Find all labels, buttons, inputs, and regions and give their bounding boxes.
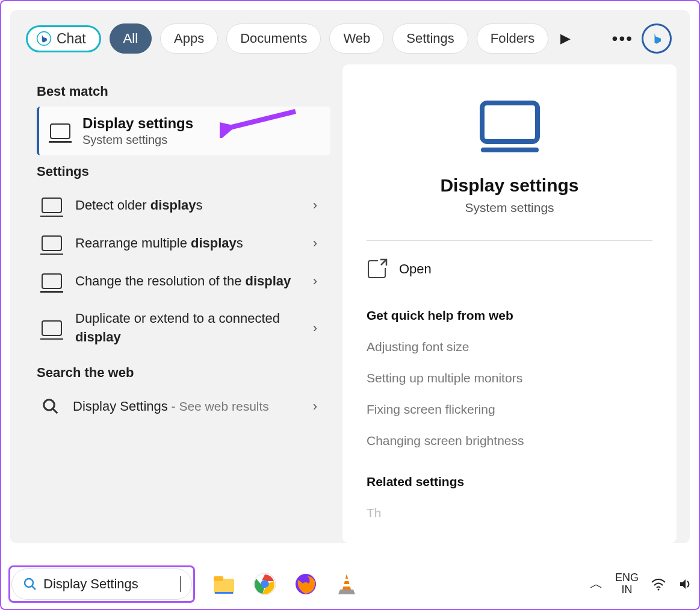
web-result-text: Display Settings - See web results <box>73 397 300 416</box>
settings-result-row[interactable]: Change the resolution of the display › <box>37 263 330 300</box>
tab-all[interactable]: All <box>110 23 152 54</box>
related-settings-header: Related settings <box>367 475 652 489</box>
settings-result-row[interactable]: Rearrange multiple displays › <box>37 225 330 263</box>
settings-result-text: Rearrange multiple displays <box>75 234 300 253</box>
svg-rect-7 <box>214 576 223 581</box>
settings-result-text: Detect older displays <box>75 196 300 215</box>
best-match-title: Display settings <box>82 115 193 132</box>
bing-corner-button[interactable] <box>642 23 672 54</box>
preview-title: Display settings <box>367 175 652 196</box>
system-tray: ︿ ENG IN <box>590 572 692 596</box>
settings-result-row[interactable]: Duplicate or extend to a connected displ… <box>37 300 330 356</box>
web-result-row[interactable]: Display Settings - See web results › <box>37 388 330 426</box>
display-large-icon <box>480 101 540 144</box>
taskbar-search[interactable]: Display Settings <box>11 568 192 600</box>
vlc-icon[interactable] <box>335 572 359 596</box>
best-match-subtitle: System settings <box>82 133 193 147</box>
volume-icon[interactable] <box>678 577 692 591</box>
search-results-panel: Chat All Apps Documents Web Settings Fol… <box>10 10 690 543</box>
svg-rect-12 <box>344 579 349 581</box>
result-preview-pane: Display settings System settings Open Ge… <box>342 64 677 543</box>
svg-line-5 <box>32 586 36 590</box>
tray-overflow-chevron-icon[interactable]: ︿ <box>590 575 603 593</box>
tab-folders[interactable]: Folders <box>477 23 548 54</box>
best-match-header: Best match <box>37 84 330 99</box>
wifi-icon[interactable] <box>651 577 666 591</box>
taskbar-search-highlight: Display Settings <box>8 565 195 603</box>
display-icon <box>42 320 62 336</box>
taskbar-search-input[interactable]: Display Settings <box>43 576 181 592</box>
quick-help-link[interactable]: Changing screen brightness <box>367 434 652 448</box>
preview-subtitle: System settings <box>367 201 652 215</box>
bing-chat-icon <box>36 31 52 46</box>
svg-rect-13 <box>343 584 350 587</box>
open-action[interactable]: Open <box>367 257 652 282</box>
file-explorer-icon[interactable] <box>212 572 236 596</box>
display-icon <box>42 235 62 251</box>
settings-section-header: Settings <box>37 164 330 179</box>
annotation-arrow-icon <box>220 108 298 138</box>
chrome-icon[interactable] <box>253 572 277 596</box>
taskbar: Display Settings ︿ ENG IN <box>2 561 698 608</box>
svg-line-1 <box>227 111 296 128</box>
best-match-result[interactable]: Display settings System settings <box>37 107 330 155</box>
search-scope-tabs: Chat All Apps Documents Web Settings Fol… <box>23 23 677 54</box>
chevron-right-icon: › <box>313 198 317 213</box>
open-external-icon <box>368 260 386 278</box>
svg-point-4 <box>25 579 33 587</box>
chat-tab-label: Chat <box>57 31 86 47</box>
settings-result-text: Change the resolution of the display <box>75 272 300 291</box>
svg-point-14 <box>658 589 660 591</box>
svg-point-2 <box>44 400 55 411</box>
svg-line-3 <box>53 409 58 414</box>
more-tabs-arrow-icon[interactable]: ▶ <box>560 31 571 46</box>
chevron-right-icon: › <box>313 320 317 336</box>
quick-help-link[interactable]: Adjusting font size <box>367 340 652 354</box>
tab-apps[interactable]: Apps <box>160 23 218 54</box>
results-left-column: Best match Display settings System setti… <box>23 64 330 543</box>
settings-result-text: Duplicate or extend to a connected displ… <box>75 310 300 347</box>
language-indicator[interactable]: ENG IN <box>615 572 639 596</box>
display-icon <box>42 273 62 289</box>
display-icon <box>50 123 70 139</box>
tab-web[interactable]: Web <box>329 23 384 54</box>
svg-rect-8 <box>215 592 233 594</box>
firefox-icon[interactable] <box>294 572 318 596</box>
search-icon <box>42 397 60 415</box>
tab-settings[interactable]: Settings <box>392 23 468 54</box>
quick-help-header: Get quick help from web <box>367 308 652 323</box>
tab-documents[interactable]: Documents <box>226 23 321 54</box>
search-icon <box>23 577 37 591</box>
cutoff-text: Th <box>367 506 652 520</box>
quick-help-link[interactable]: Fixing screen flickering <box>367 402 652 417</box>
search-web-header: Search the web <box>37 365 330 381</box>
more-options-icon[interactable]: ••• <box>612 29 633 48</box>
settings-result-row[interactable]: Detect older displays › <box>37 187 330 225</box>
divider <box>367 240 652 241</box>
chat-tab[interactable]: Chat <box>26 25 101 52</box>
chevron-right-icon: › <box>313 399 317 414</box>
display-icon <box>42 198 62 213</box>
chevron-right-icon: › <box>313 235 317 251</box>
quick-help-link[interactable]: Setting up multiple monitors <box>367 371 652 385</box>
bing-icon <box>648 30 665 47</box>
chevron-right-icon: › <box>313 273 317 289</box>
